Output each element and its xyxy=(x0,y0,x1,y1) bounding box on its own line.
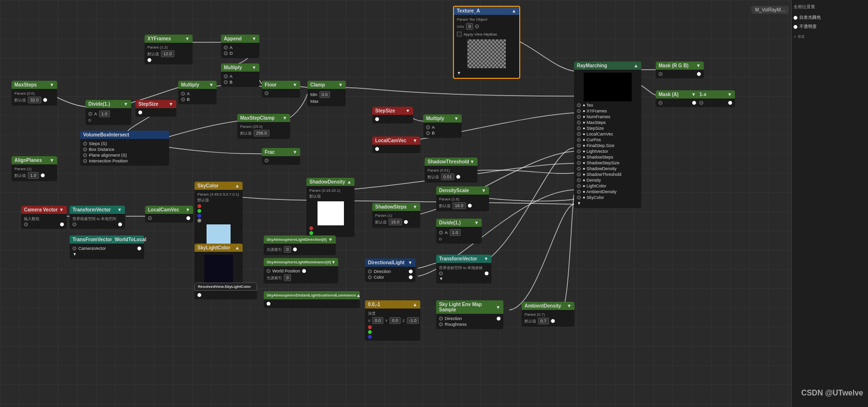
cameravector-header[interactable]: Camera Vector ▼ xyxy=(21,206,67,214)
divide2-a-value[interactable]: 1.0 xyxy=(450,229,461,236)
skyatmospherelightilluminance-arrow[interactable]: ▼ xyxy=(331,259,336,265)
divide1-header[interactable]: Divide(1.) ▼ xyxy=(86,100,131,108)
localcamvec-header[interactable]: LocalCamVec ▼ xyxy=(372,136,420,145)
texture-a-header[interactable]: Texture_A ▲ xyxy=(454,7,519,15)
floor-arrow[interactable]: ▼ xyxy=(293,82,297,87)
multiply2-arrow[interactable]: ▼ xyxy=(209,82,214,87)
mask-rgb-arrow[interactable]: ▼ xyxy=(696,63,701,68)
shadowdensity-arrow[interactable]: ▲ xyxy=(347,179,352,185)
densityscale-header[interactable]: DensityScale ▼ xyxy=(436,186,489,195)
directionallight-header[interactable]: DirectionalLight ▼ xyxy=(365,259,416,267)
mask-rgb-header[interactable]: Mask (R G B) ▼ xyxy=(656,62,704,70)
shadowthreshold-header[interactable]: ShadowThreshold ▼ xyxy=(425,158,477,166)
skylightenvmap-dir-pin xyxy=(439,317,443,321)
directionallight-arrow[interactable]: ▼ xyxy=(408,260,413,265)
multiply1-header[interactable]: Multiply ▼ xyxy=(221,63,259,72)
skyatmospherelightdirection-arrow[interactable]: ▼ xyxy=(328,237,333,242)
densityscale-value[interactable]: 16.0 xyxy=(452,202,466,209)
clamp-arrow[interactable]: ▼ xyxy=(338,82,343,87)
densityscale-arrow[interactable]: ▼ xyxy=(481,188,486,193)
frac-header[interactable]: Frac ▼ xyxy=(262,148,300,156)
localcamvec2-arrow[interactable]: ▼ xyxy=(185,207,190,212)
skyatmospherelightilluminance-value[interactable]: 0 xyxy=(284,274,291,281)
skyatmosphedistant-header[interactable]: SkyAtmosphereDistantLightScatteredLumina… xyxy=(264,291,360,299)
divide1-arrow[interactable]: ▼ xyxy=(123,101,128,107)
texture-a-arrow[interactable]: ▲ xyxy=(512,8,516,13)
skylightcolor-arrow[interactable]: ▲ xyxy=(235,245,240,250)
shadowsteps-header[interactable]: ShadowSteps ▼ xyxy=(372,203,420,211)
cameravector-arrow[interactable]: ▼ xyxy=(59,207,64,212)
localcamvec-arrow[interactable]: ▼ xyxy=(413,138,417,143)
transfrom-worldtolocal-header[interactable]: TransFromVector_WorldToLocal xyxy=(70,235,144,244)
divide2-header[interactable]: Divide(1.) ▼ xyxy=(436,219,482,227)
localcamvec2-header[interactable]: LocalCamVec ▼ xyxy=(145,206,193,214)
alignplanes-header[interactable]: AlignPlanes ▼ xyxy=(12,156,57,164)
maxsteps-value[interactable]: 32.0 xyxy=(28,97,41,103)
skylightenvmap-arrow[interactable]: ▼ xyxy=(496,305,501,310)
ambientdensity-value[interactable]: 0.7 xyxy=(538,318,549,324)
xyframes-arrow[interactable]: ▼ xyxy=(185,36,190,41)
vec001-header[interactable]: 0.0,-1 ▲ xyxy=(365,300,420,308)
mask-a-arrow[interactable]: ▼ xyxy=(691,92,696,97)
oneminusx-header[interactable]: 1-x ▼ xyxy=(697,90,735,99)
alignplanes-value[interactable]: 1.0 xyxy=(28,172,39,179)
append-header[interactable]: Append ▼ xyxy=(221,35,259,43)
multiply1-arrow[interactable]: ▼ xyxy=(252,65,257,70)
maxsteps-arrow[interactable]: ▼ xyxy=(49,82,54,87)
multiply2-header[interactable]: Multiply ▼ xyxy=(178,81,217,89)
skyatmospherelightilluminance-header[interactable]: SkyAtmosphereLightIlluminance[0] ▼ xyxy=(264,258,338,266)
ambientdensity-arrow[interactable]: ▼ xyxy=(567,303,572,308)
floor-header[interactable]: Floor ▼ xyxy=(262,81,300,89)
skyatmospherelightdirection-header[interactable]: SkyAtmosphereLightDirection[0] ▼ xyxy=(264,235,336,244)
maxstepclamp-header[interactable]: MaxStepClamp ▼ xyxy=(237,114,290,122)
densityscale-node: DensityScale ▼ Param (1.6) 默认值 16.0 xyxy=(436,186,489,211)
shadowdensity-header[interactable]: ShadowDensity ▲ xyxy=(306,178,355,186)
transformvector2-arrow[interactable]: ▼ xyxy=(484,256,489,261)
maxstepclamp-arrow[interactable]: ▼ xyxy=(282,115,287,121)
transformvector-arrow[interactable]: ▼ xyxy=(117,207,122,212)
vec001-y[interactable]: 0.0 xyxy=(390,317,401,324)
maxstepclamp-value[interactable]: 256.0 xyxy=(254,130,269,136)
frac-arrow[interactable]: ▼ xyxy=(293,149,297,155)
multiply3-header[interactable]: Multiply ▼ xyxy=(423,114,462,123)
maxsteps-header[interactable]: MaxSteps ▼ xyxy=(12,81,57,89)
stepsize2-arrow[interactable]: ▼ xyxy=(405,108,410,113)
mask-a-header[interactable]: Mask (A) ▼ xyxy=(656,90,699,99)
clamp-header[interactable]: Clamp ▼ xyxy=(307,81,346,89)
raymarching-arrow[interactable]: ▲ xyxy=(634,63,638,68)
skylightenvmap-header[interactable]: Sky Light Env Map Sample ▼ xyxy=(436,300,503,314)
vec001-arrow[interactable]: ▲ xyxy=(413,302,417,307)
oneminusx-arrow[interactable]: ▼ xyxy=(727,92,732,97)
alignplanes-arrow[interactable]: ▼ xyxy=(49,158,54,163)
clamp-min-value[interactable]: 0.0 xyxy=(319,91,330,98)
skylightcolor-header[interactable]: SkyLightColor ▲ xyxy=(195,244,243,252)
texture-a-uvs[interactable]: 0 xyxy=(466,23,473,30)
ambientdensity-header[interactable]: AmbientDensity ▼ xyxy=(522,302,575,310)
transformvector-header[interactable]: TransformVector ▼ xyxy=(70,206,125,214)
xyframes-value[interactable]: 12.0 xyxy=(161,50,174,57)
shadowthreshold-arrow[interactable]: ▼ xyxy=(470,159,475,164)
skycolor-arrow[interactable]: ▲ xyxy=(235,183,240,188)
append-arrow[interactable]: ▼ xyxy=(252,36,257,41)
raymarching-header[interactable]: RayMarching ▲ xyxy=(574,62,641,70)
divide2-arrow[interactable]: ▼ xyxy=(474,220,479,225)
stepsize2-header[interactable]: StepSize ▼ xyxy=(372,107,413,115)
vec001-z[interactable]: -1.0 xyxy=(407,317,419,324)
resolvedview-header[interactable]: ResolvedView.SkyLightColor xyxy=(195,283,257,291)
volumeboxintersect-header[interactable]: VolumeBoxIntersect xyxy=(80,131,169,139)
divide1-a-value[interactable]: 1.0 xyxy=(99,111,110,117)
skyatmosphedistant-arrow[interactable]: ▲ xyxy=(356,293,361,298)
xyframes-node: XYFrames ▼ Param (1.2) 默认值 12.0 xyxy=(145,35,193,64)
vec001-x[interactable]: 0.0 xyxy=(372,317,383,324)
transformvector2-header[interactable]: TransformVector ▼ xyxy=(436,255,491,263)
texture-a-checkbox[interactable] xyxy=(457,32,462,37)
multiply3-arrow[interactable]: ▼ xyxy=(454,116,459,121)
xyframes-header[interactable]: XYFrames ▼ xyxy=(145,35,193,43)
shadowthreshold-value[interactable]: 0.01 xyxy=(441,173,454,180)
skycolor-header[interactable]: SkyColor ▲ xyxy=(195,182,243,190)
shadowsteps-arrow[interactable]: ▼ xyxy=(413,204,417,210)
stepsize-arrow[interactable]: ▼ xyxy=(169,101,173,107)
skyatmospherelightdirection-value[interactable]: 0 xyxy=(284,246,291,253)
stepsize-header[interactable]: StepSize ▼ xyxy=(135,100,176,108)
shadowsteps-value[interactable]: 16.0 xyxy=(389,219,402,225)
